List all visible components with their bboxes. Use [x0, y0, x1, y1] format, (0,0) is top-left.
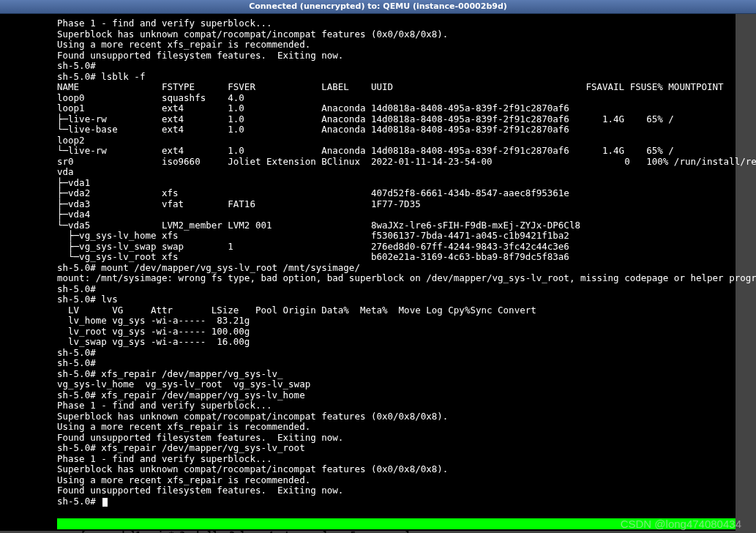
vnc-titlebar: Connected (unencrypted) to: QEMU (instan…: [0, 0, 756, 14]
tmux-status-text: [anaconda]1:main* 2:shell 3:log 4:storag…: [81, 529, 422, 533]
terminal-line: vg_sys-lv_home vg_sys-lv_root vg_sys-lv_…: [0, 379, 736, 390]
terminal-line: sh-5.0# lvs: [0, 294, 736, 305]
terminal-line: loop2: [0, 135, 736, 146]
terminal-line: loop1 ext4 1.0 Anaconda 14d0818a-8408-49…: [0, 103, 736, 114]
terminal-line: Using a more recent xfs_repair is recomm…: [0, 422, 736, 433]
terminal-line: lv_swap vg_sys -wi-a----- 16.00g: [0, 337, 736, 348]
terminal-line: sh-5.0# xfs_repair /dev/mapper/vg_sys-lv…: [0, 443, 736, 454]
terminal-line: ├─live-rw ext4 1.0 Anaconda 14d0818a-840…: [0, 114, 736, 125]
terminal-line: sh-5.0#: [0, 348, 736, 359]
terminal-line: sh-5.0#: [0, 496, 736, 507]
terminal-line: Found unsupported filesystem features. E…: [0, 51, 736, 61]
terminal-line: └─live-base ext4 1.0 Anaconda 14d0818a-8…: [0, 124, 736, 135]
terminal-line: mount: /mnt/sysimage: wrong fs type, bad…: [0, 273, 736, 284]
terminal-line: ├─vg_sys-lv_swap swap 1 276ed8d0-67ff-42…: [0, 242, 736, 253]
terminal-line: Phase 1 - find and verify superblock...: [0, 400, 736, 411]
terminal-line: ├─vda4: [0, 209, 736, 220]
terminal-line: sh-5.0# xfs_repair /dev/mapper/vg_sys-lv…: [0, 390, 736, 401]
terminal-line: sh-5.0# mount /dev/mapper/vg_sys-lv_root…: [0, 263, 736, 274]
terminal-line: LV VG Attr LSize Pool Origin Data% Meta%…: [0, 305, 736, 316]
terminal-line: Phase 1 - find and verify superblock...: [0, 454, 736, 465]
terminal-line: sh-5.0# xfs_repair /dev/mapper/vg_sys-lv…: [0, 369, 736, 380]
terminal-line: sh-5.0# lsblk -f: [0, 72, 736, 83]
terminal-line: sh-5.0#: [0, 358, 736, 369]
terminal-line: vda: [0, 167, 736, 178]
terminal-line: Superblock has unknown compat/rocompat/i…: [0, 411, 736, 422]
terminal-window[interactable]: Phase 1 - find and verify superblock...S…: [0, 14, 736, 531]
terminal-line: NAME FSTYPE FSVER LABEL UUID FSAVAIL FSU…: [0, 82, 736, 93]
cursor: [102, 498, 108, 507]
terminal-line: sr0 iso9660 Joliet Extension BClinux 202…: [0, 157, 736, 168]
terminal-line: ├─vda1: [0, 178, 736, 189]
terminal-line: └─vda5 LVM2_member LVM2 001 8waJXz-lre6-…: [0, 220, 736, 231]
terminal-line: Using a more recent xfs_repair is recomm…: [0, 40, 736, 51]
terminal-line: └─vg_sys-lv_root xfs b602e21a-3169-4c63-…: [0, 252, 736, 263]
terminal-output[interactable]: Phase 1 - find and verify superblock...S…: [0, 14, 736, 507]
terminal-line: ├─vda2 xfs 407d52f8-6661-434b-8547-aaec8…: [0, 188, 736, 199]
terminal-line: sh-5.0#: [0, 61, 736, 72]
terminal-line: lv_root vg_sys -wi-a----- 100.00g: [0, 327, 736, 338]
terminal-line: sh-5.0#: [0, 284, 736, 295]
terminal-line: Found unsupported filesystem features. E…: [0, 485, 736, 496]
tmux-status-bar[interactable]: [anaconda]1:main* 2:shell 3:log 4:storag…: [57, 518, 736, 529]
terminal-line: Found unsupported filesystem features. E…: [0, 433, 736, 444]
terminal-line: lv_home vg_sys -wi-a----- 83.21g: [0, 316, 736, 327]
terminal-line: Superblock has unknown compat/rocompat/i…: [0, 464, 736, 475]
vnc-title-text: Connected (unencrypted) to: QEMU (instan…: [249, 1, 507, 11]
terminal-line: └─live-rw ext4 1.0 Anaconda 14d0818a-840…: [0, 146, 736, 157]
terminal-line: ├─vda3 vfat FAT16 1F77-7D35: [0, 199, 736, 210]
terminal-line: loop0 squashfs 4.0: [0, 93, 736, 104]
terminal-line: ├─vg_sys-lv_home xfs f5306137-7bda-4471-…: [0, 231, 736, 242]
terminal-line: Superblock has unknown compat/rocompat/i…: [0, 29, 736, 40]
terminal-line: Phase 1 - find and verify superblock...: [0, 18, 736, 29]
terminal-line: Using a more recent xfs_repair is recomm…: [0, 475, 736, 486]
